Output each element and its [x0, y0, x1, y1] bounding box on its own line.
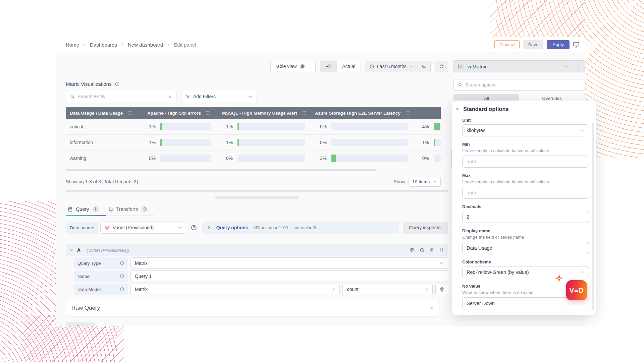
info-icon[interactable]: [120, 287, 124, 292]
matrix-cell[interactable]: 0%: [140, 155, 217, 162]
matrix-cell[interactable]: 4%: [414, 123, 441, 130]
column-header[interactable]: Azure Storage High E2E Server Latency: [311, 111, 414, 116]
cell-bar-fill: [434, 139, 435, 146]
color-scheme-select[interactable]: Red-Yellow-Green (by value): [462, 266, 589, 278]
unit-value: kilobytes: [467, 128, 580, 133]
breadcrumb-dashboards[interactable]: Dashboards: [90, 42, 117, 48]
add-query-button[interactable]: + Query: [66, 322, 95, 326]
column-header[interactable]: MSSQL - High Memory Usage Alert: [217, 111, 311, 116]
panel-bottom-scrollbar[interactable]: [66, 190, 448, 192]
raw-query-section[interactable]: Raw Query: [66, 300, 439, 316]
list-icon[interactable]: [302, 111, 307, 115]
table-view-toggle[interactable]: [300, 64, 311, 69]
database-icon: [68, 207, 73, 212]
no-value-input[interactable]: [467, 301, 585, 306]
table-view-label: Table view: [275, 64, 297, 69]
cell-bar: [237, 155, 305, 162]
search-entity-input[interactable]: [77, 94, 165, 99]
show-label: Show: [393, 179, 405, 184]
time-range-picker[interactable]: Last 6 months: [365, 64, 418, 69]
save-button[interactable]: Save: [523, 40, 543, 49]
visualization-select[interactable]: vuMatrix: [454, 63, 572, 69]
matrix-cell[interactable]: 0%: [311, 123, 414, 130]
options-search-input[interactable]: [465, 82, 581, 87]
display-settings-icon[interactable]: [573, 41, 580, 48]
tab-query[interactable]: Query 1: [66, 203, 106, 215]
matrix-cell[interactable]: 0%: [217, 155, 311, 162]
matrix-cell[interactable]: 0%: [311, 139, 414, 146]
fill-segment[interactable]: Fill: [320, 61, 337, 72]
info-icon[interactable]: [120, 274, 124, 279]
options-card-scrollbar[interactable]: [592, 123, 594, 310]
pane-resize-handle[interactable]: [215, 196, 299, 199]
clear-search-icon[interactable]: [168, 95, 172, 99]
breadcrumb-new-dashboard[interactable]: New dashboard: [128, 42, 163, 48]
column-header[interactable]: Apache - High 5xx errors: [140, 111, 217, 116]
transform-count-badge: 0: [141, 206, 148, 213]
matrix-cell[interactable]: 1%: [217, 139, 311, 146]
query-type-select[interactable]: Matrix: [130, 257, 448, 269]
question-icon: [191, 225, 197, 231]
query-name-input[interactable]: [135, 274, 444, 279]
zoom-out-button[interactable]: [418, 61, 430, 72]
breadcrumb-home[interactable]: Home: [66, 42, 79, 48]
color-scheme-label: Color scheme: [462, 259, 589, 264]
cell-bar-fill: [331, 155, 336, 162]
min-input[interactable]: [467, 159, 585, 164]
query-inspector-button[interactable]: Query inspector: [403, 222, 448, 234]
info-icon[interactable]: [120, 261, 124, 265]
chevron-down-icon: [580, 270, 585, 275]
list-icon[interactable]: [206, 111, 210, 115]
data-model-select[interactable]: Matrix: [130, 284, 340, 295]
sparkle-dash: [558, 278, 561, 279]
query-name-row: Name: [74, 270, 448, 282]
page-size-select[interactable]: 10 Items: [409, 177, 441, 187]
cell-value: 0%: [140, 156, 156, 161]
delete-query-icon[interactable]: [429, 248, 434, 253]
refresh-button[interactable]: [435, 61, 448, 72]
cell-value: 0%: [311, 124, 327, 129]
max-input[interactable]: [467, 190, 585, 195]
column-header[interactable]: Data Usage \ Data Usage: [66, 111, 140, 116]
toggle-knob: [301, 64, 305, 68]
list-icon[interactable]: [405, 111, 410, 115]
search-icon: [458, 82, 463, 87]
disable-query-icon[interactable]: [420, 248, 425, 253]
unit-select[interactable]: kilobytes: [462, 124, 589, 136]
matrix-cell[interactable]: 1%: [414, 139, 441, 146]
options-search-field: [453, 79, 585, 90]
matrix-cell[interactable]: 0%: [414, 155, 441, 162]
info-icon[interactable]: [115, 81, 120, 86]
matrix-cell[interactable]: 3%: [311, 155, 414, 162]
datasource-select[interactable]: Vunet (Provisioned): [100, 222, 186, 234]
horizontal-scrollbar[interactable]: [66, 169, 376, 171]
standard-options-header[interactable]: Standard options: [455, 106, 589, 112]
aggregation-select[interactable]: count: [342, 284, 433, 295]
matrix-cell[interactable]: 1%: [140, 139, 217, 146]
zoom-out-icon: [422, 64, 427, 69]
min-label: Min: [462, 142, 589, 147]
matrix-cell[interactable]: 1%: [140, 123, 217, 130]
column-header[interactable]: Jira_Int: [414, 111, 441, 116]
add-filters-dropdown[interactable]: Add Filters: [181, 91, 257, 102]
drag-handle-icon[interactable]: [439, 248, 444, 253]
apply-button[interactable]: Apply: [547, 40, 570, 49]
discard-button[interactable]: Discard: [494, 40, 520, 49]
actual-segment[interactable]: Actual: [337, 61, 361, 72]
display-name-input[interactable]: [467, 245, 585, 251]
cell-bar-fill: [237, 139, 239, 146]
query-a-header[interactable]: A (Vunet (Provisioned)): [66, 244, 448, 256]
collapse-chevron-icon[interactable]: [70, 248, 74, 252]
matrix-cell[interactable]: 1%: [217, 123, 311, 130]
delete-data-model-button[interactable]: [435, 284, 448, 295]
datasource-help-button[interactable]: [189, 223, 199, 233]
chevron-down-icon: [580, 128, 585, 133]
list-icon[interactable]: [127, 111, 132, 115]
column-header-label: Data Usage \ Data Usage: [70, 111, 123, 116]
duplicate-query-icon[interactable]: [410, 248, 415, 253]
tab-transform[interactable]: Transform 0: [106, 203, 156, 215]
decimals-input[interactable]: [467, 214, 585, 220]
column-header-label: MSSQL - High Memory Usage Alert: [222, 111, 297, 116]
collapse-options-button[interactable]: [572, 61, 585, 72]
query-options-bar[interactable]: Query options MD = auto = 1109 Interval …: [202, 222, 399, 234]
